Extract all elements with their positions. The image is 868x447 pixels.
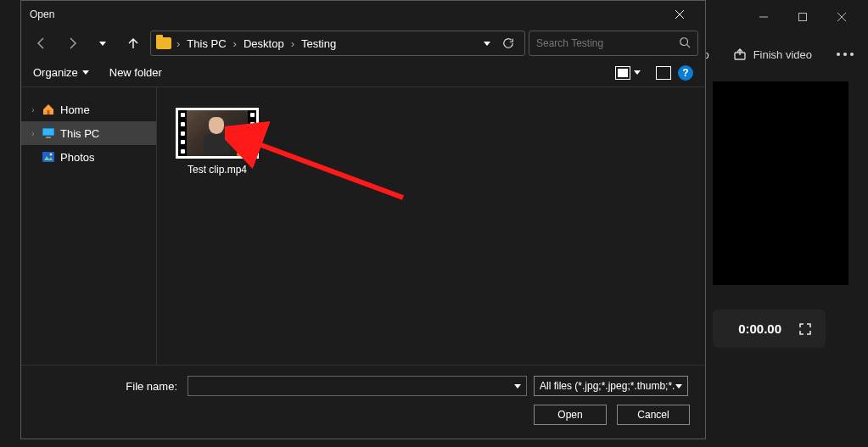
refresh-icon[interactable] (502, 37, 514, 49)
filename-combo[interactable] (188, 376, 527, 396)
svg-rect-13 (42, 152, 54, 162)
chevron-down-icon (675, 384, 682, 388)
svg-point-15 (50, 154, 53, 156)
window-close-button[interactable] (822, 3, 861, 31)
organize-label: Organize (33, 66, 78, 79)
breadcrumb-sep-icon: › (233, 37, 237, 50)
address-bar[interactable]: › This PC › Desktop › Testing (150, 31, 525, 56)
ellipsis-icon (837, 53, 840, 56)
breadcrumb-desktop[interactable]: Desktop (242, 37, 286, 50)
view-mode-button[interactable] (615, 66, 641, 80)
file-item[interactable]: Test clip.mp4 (174, 108, 260, 176)
timeline-bar: 0:00.00 (713, 310, 826, 348)
nav-forward-button[interactable] (59, 31, 86, 55)
filename-label: File name: (36, 380, 181, 393)
file-type-label: All files (*.jpg;*.jpeg;*.thumb;*.p (540, 380, 675, 392)
fullscreen-icon[interactable] (798, 322, 812, 336)
svg-line-8 (687, 44, 691, 47)
svg-point-7 (680, 37, 688, 45)
preview-pane-button[interactable] (656, 66, 671, 80)
breadcrumb-sep-icon: › (291, 37, 294, 50)
nav-up-button[interactable] (120, 31, 147, 55)
minimize-button[interactable] (744, 3, 783, 31)
editor-toolbar: dio Finish video (694, 47, 854, 61)
toolbar-finish-video[interactable]: Finish video (733, 47, 812, 61)
toolbar-more[interactable] (836, 53, 854, 56)
video-thumbnail (176, 108, 259, 159)
video-preview (713, 81, 848, 285)
photos-icon (42, 150, 55, 164)
vlc-overlay-icon (236, 137, 255, 156)
filename-input[interactable] (188, 377, 514, 395)
toolbar-finish-label: Finish video (753, 48, 812, 61)
chevron-right-icon: › (30, 105, 36, 115)
search-input[interactable] (536, 37, 679, 49)
nav-recent-button[interactable] (89, 31, 116, 55)
dialog-titlebar: Open (21, 1, 705, 28)
toolbar-row: Organize New folder ? (21, 59, 705, 87)
svg-line-17 (252, 142, 403, 198)
maximize-button[interactable] (783, 3, 822, 31)
chevron-down-icon (82, 70, 89, 75)
new-folder-label: New folder (109, 66, 162, 79)
timeline-time: 0:00.00 (738, 321, 781, 336)
chevron-right-icon: › (30, 129, 36, 138)
organize-menu[interactable]: Organize (33, 66, 89, 79)
dialog-body: › Home › This PC Photos (21, 87, 705, 365)
search-icon[interactable] (679, 36, 691, 51)
export-icon (733, 47, 747, 61)
view-large-icon (615, 66, 630, 80)
sidebar-item-label: This PC (60, 127, 99, 140)
chevron-down-icon[interactable] (514, 384, 521, 388)
film-sprocket-icon (178, 110, 187, 156)
chevron-down-icon (99, 42, 106, 46)
help-button[interactable]: ? (678, 65, 693, 81)
svg-rect-11 (43, 129, 53, 135)
breadcrumb-this-pc[interactable]: This PC (185, 37, 227, 50)
cancel-button[interactable]: Cancel (617, 405, 690, 425)
chevron-down-icon (634, 70, 641, 75)
monitor-icon (42, 126, 55, 140)
svg-rect-9 (48, 110, 50, 115)
open-button[interactable]: Open (534, 405, 607, 425)
navigation-row: › This PC › Desktop › Testing (21, 28, 705, 59)
file-type-dropdown[interactable]: All files (*.jpg;*.jpeg;*.thumb;*.p (534, 376, 688, 396)
dialog-footer: File name: All files (*.jpg;*.jpeg;*.thu… (21, 365, 705, 439)
new-folder-button[interactable]: New folder (109, 66, 162, 79)
svg-rect-1 (799, 14, 807, 21)
dialog-close-button[interactable] (663, 3, 697, 26)
sidebar-item-label: Photos (60, 151, 94, 164)
open-dialog: Open › This PC › Desktop › Testing (20, 0, 706, 439)
sidebar-item-this-pc[interactable]: › This PC (21, 121, 156, 145)
sidebar-item-home[interactable]: › Home (21, 98, 156, 121)
sidebar-item-photos[interactable]: Photos (21, 145, 156, 169)
nav-back-button[interactable] (28, 31, 55, 55)
breadcrumb-testing[interactable]: Testing (300, 37, 338, 50)
folder-icon (156, 37, 171, 49)
sidebar-item-label: Home (60, 103, 90, 116)
file-label: Test clip.mp4 (188, 164, 247, 176)
file-list-area[interactable]: Test clip.mp4 (157, 87, 705, 365)
home-icon (42, 103, 55, 116)
search-box[interactable] (529, 31, 698, 56)
nav-sidebar: › Home › This PC Photos (21, 87, 157, 365)
address-dropdown-icon[interactable] (484, 42, 490, 46)
svg-rect-12 (46, 137, 51, 138)
breadcrumb-sep-icon: › (176, 37, 180, 50)
dialog-title: Open (30, 8, 663, 20)
